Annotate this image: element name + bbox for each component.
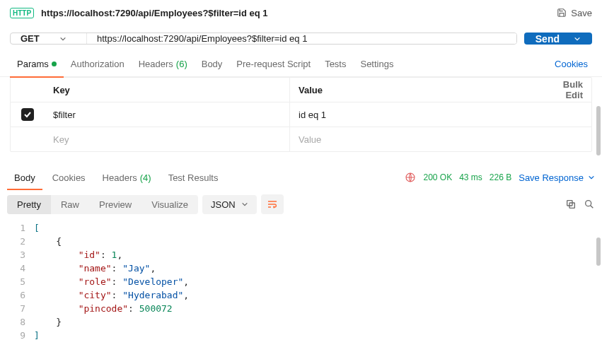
wrap-icon — [267, 199, 278, 210]
chevron-down-icon — [574, 35, 581, 42]
line-gutter: 123456789 — [0, 221, 34, 342]
col-key: Key — [45, 78, 290, 102]
method-select[interactable]: GET — [11, 33, 87, 44]
status-time: 43 ms — [459, 172, 482, 182]
row-value[interactable]: id eq 1 — [290, 102, 535, 127]
params-table: Key Value Bulk Edit $filter id eq 1 Key … — [10, 77, 592, 152]
view-preview[interactable]: Preview — [89, 195, 141, 214]
row-key[interactable]: $filter — [45, 102, 290, 127]
tab-tests[interactable]: Tests — [318, 52, 353, 77]
response-tab-cookies[interactable]: Cookies — [45, 165, 93, 190]
tab-body[interactable]: Body — [195, 52, 230, 77]
save-icon — [557, 8, 567, 18]
row-value-placeholder[interactable]: Value — [290, 127, 535, 151]
chevron-down-icon — [241, 201, 248, 208]
tab-headers[interactable]: Headers (6) — [132, 52, 195, 77]
save-response-button[interactable]: Save Response — [519, 172, 595, 183]
bulk-edit-button[interactable]: Bulk Edit — [535, 79, 591, 100]
method-label: GET — [21, 33, 40, 44]
tab-prerequest[interactable]: Pre-request Script — [229, 52, 318, 77]
view-visualize[interactable]: Visualize — [141, 195, 198, 214]
scrollbar-thumb[interactable] — [596, 237, 601, 266]
col-value: Value — [290, 78, 535, 102]
svg-point-3 — [586, 201, 591, 206]
wrap-lines-button[interactable] — [261, 194, 284, 214]
code-content: [ { "id": 1, "name": "Jay", "role": "Dev… — [34, 221, 602, 342]
chevron-down-icon — [59, 35, 66, 42]
status-size: 226 B — [490, 172, 511, 182]
search-icon[interactable] — [584, 199, 595, 210]
send-label: Send — [536, 33, 560, 45]
response-tab-test-results[interactable]: Test Results — [161, 165, 226, 190]
params-modified-dot — [52, 61, 57, 66]
table-row-empty[interactable]: Key Value — [11, 127, 591, 151]
chevron-down-icon — [588, 174, 595, 181]
url-input[interactable] — [87, 33, 516, 44]
response-tab-body[interactable]: Body — [7, 165, 42, 190]
globe-icon — [405, 172, 416, 183]
save-label: Save — [571, 8, 592, 18]
copy-icon[interactable] — [565, 199, 577, 210]
tab-params[interactable]: Params — [10, 52, 64, 77]
scrollbar-thumb[interactable] — [596, 106, 601, 155]
format-select[interactable]: JSON — [202, 195, 257, 214]
row-checkbox[interactable] — [21, 108, 34, 121]
response-body-code[interactable]: 123456789 [ { "id": 1, "name": "Jay", "r… — [0, 218, 602, 349]
response-tab-headers[interactable]: Headers (4) — [95, 165, 158, 190]
row-key-placeholder[interactable]: Key — [45, 127, 290, 151]
request-title: https://localhost:7290/api/Employees?$fi… — [41, 8, 557, 18]
view-pretty[interactable]: Pretty — [7, 195, 51, 214]
table-row[interactable]: $filter id eq 1 — [11, 102, 591, 127]
tab-authorization[interactable]: Authorization — [64, 52, 132, 77]
cookies-link[interactable]: Cookies — [550, 59, 592, 69]
tab-settings[interactable]: Settings — [353, 52, 400, 77]
status-code: 200 OK — [423, 172, 452, 182]
view-mode-segmented: Pretty Raw Preview Visualize — [7, 195, 198, 214]
save-button[interactable]: Save — [557, 8, 592, 18]
http-badge: HTTP — [10, 8, 34, 18]
send-button[interactable]: Send — [524, 33, 592, 45]
view-raw[interactable]: Raw — [51, 195, 89, 214]
